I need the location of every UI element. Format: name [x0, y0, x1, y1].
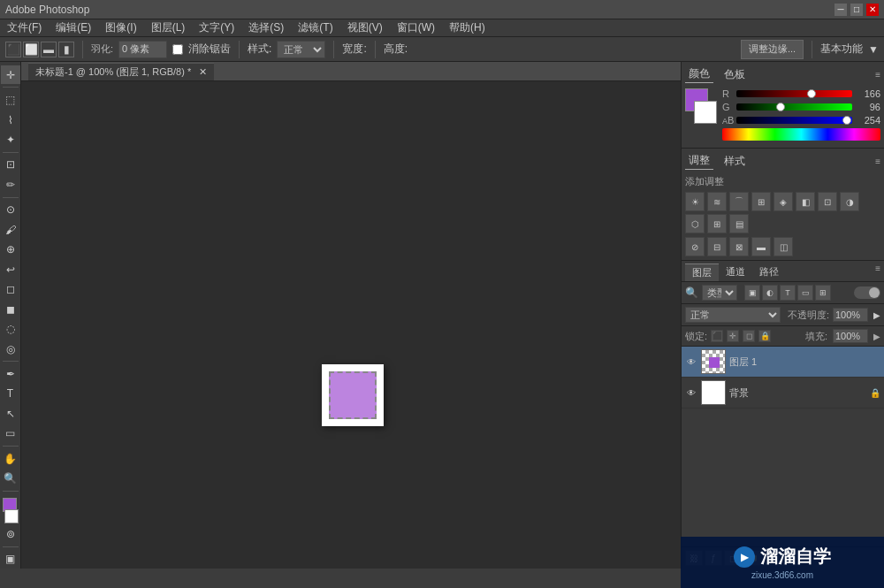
history-brush-tool[interactable]: ↩: [1, 260, 20, 279]
lock-transparency-icon[interactable]: ◻: [743, 330, 755, 342]
opacity-input[interactable]: [833, 308, 868, 322]
eraser-tool[interactable]: ◻: [1, 279, 20, 298]
zoom-tool[interactable]: 🔍: [1, 469, 20, 487]
filter-pixel[interactable]: ▣: [744, 285, 760, 301]
b-thumb[interactable]: [842, 116, 851, 125]
bg-swatch[interactable]: [694, 101, 717, 124]
gradientmap-icon[interactable]: ▬: [751, 237, 771, 256]
marquee-col-btn[interactable]: ▮: [58, 42, 74, 57]
move-tool[interactable]: ✛: [1, 65, 20, 84]
menu-image[interactable]: 图像(I): [102, 20, 140, 35]
canvas-content[interactable]: [21, 81, 681, 569]
filter-shape[interactable]: ▭: [797, 285, 813, 301]
filter-select[interactable]: 类型: [702, 285, 737, 301]
background-color[interactable]: [4, 509, 19, 523]
r-slider[interactable]: [736, 90, 852, 97]
blend-mode-select[interactable]: 正常: [685, 307, 781, 323]
vibrance-icon[interactable]: ◈: [774, 192, 793, 211]
filter-smart[interactable]: ⊞: [815, 285, 831, 301]
menu-window[interactable]: 窗口(W): [393, 20, 438, 35]
tab-styles[interactable]: 样式: [720, 153, 749, 170]
spectrum-bar[interactable]: [722, 128, 880, 141]
hsl-icon[interactable]: ◧: [796, 192, 815, 211]
tab-channels[interactable]: 通道: [719, 263, 752, 281]
menu-edit[interactable]: 编辑(E): [52, 20, 95, 35]
levels-icon[interactable]: ≋: [707, 192, 727, 211]
filter-adjust[interactable]: ◐: [762, 285, 778, 301]
fill-menu[interactable]: ▶: [873, 332, 880, 341]
lock-position-icon[interactable]: ✛: [727, 330, 739, 342]
g-slider[interactable]: [736, 103, 852, 111]
tab-layers[interactable]: 图层: [685, 263, 719, 281]
b-slider[interactable]: [736, 117, 852, 124]
opacity-menu[interactable]: ▶: [873, 310, 880, 320]
layer-item-bg[interactable]: 👁 背景 🔒: [682, 378, 884, 409]
colorbalance-icon[interactable]: ⊡: [818, 192, 837, 211]
crop-tool[interactable]: ⊡: [1, 156, 20, 174]
selectivecolor-icon[interactable]: ◫: [774, 237, 793, 256]
photo-filter-icon[interactable]: ⬡: [685, 214, 705, 233]
menu-filter[interactable]: 滤镜(T): [294, 20, 336, 35]
antialiasing-checkbox[interactable]: [172, 44, 183, 55]
panel-arrow[interactable]: ▼: [868, 43, 879, 56]
hand-tool[interactable]: ✋: [1, 449, 20, 468]
marquee-row-btn[interactable]: ▬: [41, 42, 57, 57]
fill-input[interactable]: [833, 329, 868, 343]
panel-collapse-icon[interactable]: ≡: [875, 70, 880, 80]
brightness-icon[interactable]: ☀: [685, 192, 705, 211]
tab-close-icon[interactable]: ✕: [199, 66, 207, 77]
tab-paths[interactable]: 路径: [752, 263, 786, 281]
invert-icon[interactable]: ⊘: [685, 237, 705, 256]
document-tab[interactable]: 未标题-1 @ 100% (图层 1, RGB/8) * ✕: [28, 63, 214, 80]
tab-color[interactable]: 颜色: [685, 65, 713, 83]
layers-panel-menu[interactable]: ≡: [875, 263, 880, 281]
adjust-collapse[interactable]: ≡: [875, 157, 880, 166]
layer-item-1[interactable]: 👁 图层 1: [682, 347, 884, 378]
lock-all-icon[interactable]: 🔒: [758, 330, 771, 342]
tab-swatches[interactable]: 色板: [720, 66, 749, 83]
filter-toggle[interactable]: [854, 286, 880, 299]
menu-file[interactable]: 文件(F): [4, 20, 45, 35]
filter-type[interactable]: T: [780, 285, 796, 301]
menu-select[interactable]: 选择(S): [245, 20, 287, 35]
close-button[interactable]: ✕: [866, 4, 879, 16]
eyedropper-tool[interactable]: ✏: [1, 175, 20, 194]
path-select-tool[interactable]: ↖: [1, 404, 20, 423]
lasso-tool[interactable]: ⌇: [1, 111, 20, 129]
menu-view[interactable]: 视图(V): [344, 20, 386, 35]
marquee-rect-btn[interactable]: ⬛: [5, 42, 21, 57]
pen-tool[interactable]: ✒: [1, 364, 20, 383]
menu-help[interactable]: 帮助(H): [446, 20, 489, 35]
posterize-icon[interactable]: ⊟: [707, 237, 727, 256]
marquee-tool[interactable]: ⬚: [1, 90, 20, 109]
magic-wand-tool[interactable]: ✦: [1, 130, 20, 149]
channel-mixer-icon[interactable]: ⊞: [707, 214, 727, 233]
blur-tool[interactable]: ◌: [1, 319, 20, 338]
feather-input[interactable]: [118, 41, 167, 58]
bw-icon[interactable]: ◑: [840, 192, 859, 211]
style-select[interactable]: 正常: [277, 41, 325, 58]
exposure-icon[interactable]: ⊞: [751, 192, 771, 211]
clone-tool[interactable]: ⊕: [1, 241, 20, 259]
layer-eye-bg[interactable]: 👁: [685, 386, 697, 399]
shape-tool[interactable]: ▭: [1, 424, 20, 443]
marquee-ellipse-btn[interactable]: ⬜: [23, 42, 39, 57]
layer-eye-1[interactable]: 👁: [685, 355, 697, 368]
adjust-edge-btn[interactable]: 调整边缘...: [741, 40, 804, 59]
menu-text[interactable]: 文字(Y): [195, 20, 238, 35]
screen-mode-tool[interactable]: ▣: [1, 550, 20, 569]
brush-tool[interactable]: 🖌: [1, 220, 20, 239]
minimize-button[interactable]: ─: [834, 4, 847, 16]
text-tool[interactable]: T: [1, 385, 20, 403]
color-lookup-icon[interactable]: ▤: [729, 214, 749, 233]
maximize-button[interactable]: □: [850, 4, 863, 16]
g-thumb[interactable]: [776, 103, 785, 111]
tab-adjustments[interactable]: 调整: [685, 152, 713, 170]
gradient-tool[interactable]: ◼: [1, 300, 20, 318]
r-thumb[interactable]: [807, 89, 816, 98]
threshold-icon[interactable]: ⊠: [729, 237, 749, 256]
lock-pixels-icon[interactable]: ⬛: [711, 330, 723, 342]
quick-mask-tool[interactable]: ⊚: [1, 524, 20, 543]
menu-layer[interactable]: 图层(L): [148, 20, 189, 35]
spot-heal-tool[interactable]: ⊙: [1, 201, 20, 219]
